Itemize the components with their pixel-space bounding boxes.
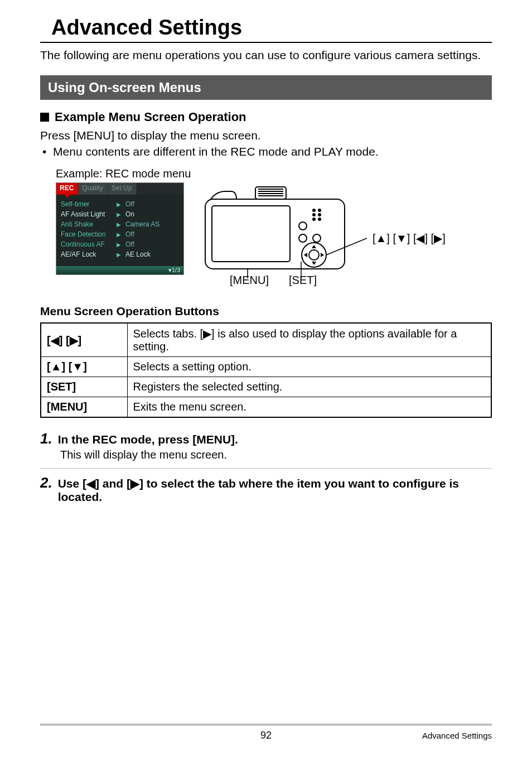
steps: 1. In the REC mode, press [MENU]. This w… bbox=[40, 430, 492, 504]
ops-table-title: Menu Screen Operation Buttons bbox=[40, 305, 492, 318]
menu-row: AE/AF Lock▶AE Lock bbox=[60, 249, 180, 259]
step-2: 2. Use [◀] and [▶] to select the tab whe… bbox=[40, 468, 492, 504]
step-1: 1. In the REC mode, press [MENU]. This w… bbox=[40, 430, 492, 461]
chevron-right-icon: ▶ bbox=[117, 211, 121, 218]
tab-quality: Quality bbox=[79, 183, 108, 195]
camera-illustration: [MENU] [SET] [▲] [▼] [◀] [▶] bbox=[200, 182, 492, 291]
example-label: Example: REC mode menu bbox=[56, 167, 492, 180]
ops-desc: Selects tabs. [▶] is also used to displa… bbox=[127, 323, 491, 357]
subsection-title: Example Menu Screen Operation bbox=[55, 110, 246, 124]
camera-label-dpad: [▲] [▼] [◀] [▶] bbox=[373, 232, 446, 245]
rec-menu-screenshot: REC Quality Set Up Self-timer▶Off AF Ass… bbox=[56, 182, 184, 275]
footer-rule bbox=[40, 724, 492, 726]
svg-point-7 bbox=[313, 209, 315, 211]
menu-row: Anti Shake▶Camera AS bbox=[60, 219, 180, 229]
ops-key: [SET] bbox=[41, 377, 127, 397]
menu-row: Face Detection▶Off bbox=[60, 229, 180, 239]
figure-row: REC Quality Set Up Self-timer▶Off AF Ass… bbox=[56, 182, 492, 291]
table-row: [◀] [▶] Selects tabs. [▶] is also used t… bbox=[41, 323, 491, 357]
step-number: 1. bbox=[40, 430, 52, 447]
title-rule bbox=[40, 42, 492, 43]
footer-section: Advanced Settings bbox=[422, 731, 492, 740]
press-menu-text: Press [MENU] to display the menu screen. bbox=[40, 128, 492, 143]
chevron-right-icon: ▶ bbox=[117, 201, 121, 208]
svg-point-14 bbox=[299, 234, 307, 242]
menu-pager: ▾1/3 bbox=[56, 266, 183, 274]
menu-row: Continuous AF▶Off bbox=[60, 239, 180, 249]
menu-tabs: REC Quality Set Up bbox=[56, 183, 183, 195]
tab-setup: Set Up bbox=[108, 183, 137, 195]
step-title: Use [◀] and [▶] to select the tab where … bbox=[58, 477, 492, 504]
svg-point-10 bbox=[318, 214, 321, 216]
svg-point-17 bbox=[309, 250, 319, 260]
square-bullet-icon bbox=[40, 113, 49, 122]
tab-rec: REC bbox=[56, 183, 79, 195]
ops-desc: Selects a setting option. bbox=[127, 357, 491, 377]
section-heading: Using On-screen Menus bbox=[40, 75, 492, 100]
footer: 92 Advanced Settings bbox=[40, 724, 492, 741]
mode-note-text: • Menu contents are different in the REC… bbox=[42, 144, 492, 160]
svg-point-13 bbox=[299, 222, 307, 230]
step-head: 1. In the REC mode, press [MENU]. bbox=[40, 430, 492, 447]
camera-label-set: [SET] bbox=[289, 274, 317, 287]
menu-row: Self-timer▶Off bbox=[60, 199, 180, 209]
ops-key: [◀] [▶] bbox=[41, 323, 127, 357]
svg-point-11 bbox=[313, 218, 315, 220]
table-row: [MENU] Exits the menu screen. bbox=[41, 397, 491, 418]
svg-line-20 bbox=[326, 238, 367, 255]
ops-desc: Registers the selected setting. bbox=[127, 377, 491, 397]
ops-desc: Exits the menu screen. bbox=[127, 397, 491, 418]
menu-body: Self-timer▶Off AF Assist Light▶On Anti S… bbox=[56, 195, 183, 266]
intro-text: The following are menu operations you ca… bbox=[40, 47, 492, 63]
table-row: [SET] Registers the selected setting. bbox=[41, 377, 491, 397]
svg-point-8 bbox=[318, 209, 321, 211]
chevron-right-icon: ▶ bbox=[117, 252, 121, 258]
footer-row: 92 Advanced Settings bbox=[40, 729, 492, 741]
step-head: 2. Use [◀] and [▶] to select the tab whe… bbox=[40, 474, 492, 504]
mode-note-inner: Menu contents are different in the REC m… bbox=[53, 145, 379, 158]
menu-row: AF Assist Light▶On bbox=[60, 209, 180, 219]
svg-point-9 bbox=[313, 214, 315, 216]
svg-rect-0 bbox=[205, 199, 345, 269]
ops-key: [▲] [▼] bbox=[41, 357, 127, 377]
ops-table: [◀] [▶] Selects tabs. [▶] is also used t… bbox=[40, 322, 492, 418]
step-body: This will display the menu screen. bbox=[60, 449, 492, 461]
svg-rect-1 bbox=[212, 206, 290, 262]
page: Advanced Settings The following are menu… bbox=[0, 0, 532, 757]
table-row: [▲] [▼] Selects a setting option. bbox=[41, 357, 491, 377]
step-title: In the REC mode, press [MENU]. bbox=[58, 433, 238, 446]
page-number: 92 bbox=[260, 730, 272, 741]
chevron-right-icon: ▶ bbox=[117, 242, 121, 248]
step-number: 2. bbox=[40, 474, 52, 491]
chevron-right-icon: ▶ bbox=[117, 221, 121, 228]
svg-point-15 bbox=[313, 234, 321, 242]
svg-point-12 bbox=[318, 218, 321, 220]
subsection-row: Example Menu Screen Operation bbox=[40, 110, 492, 124]
page-title: Advanced Settings bbox=[51, 16, 492, 40]
camera-label-menu: [MENU] bbox=[230, 274, 269, 287]
ops-key: [MENU] bbox=[41, 397, 127, 418]
chevron-right-icon: ▶ bbox=[117, 232, 121, 238]
